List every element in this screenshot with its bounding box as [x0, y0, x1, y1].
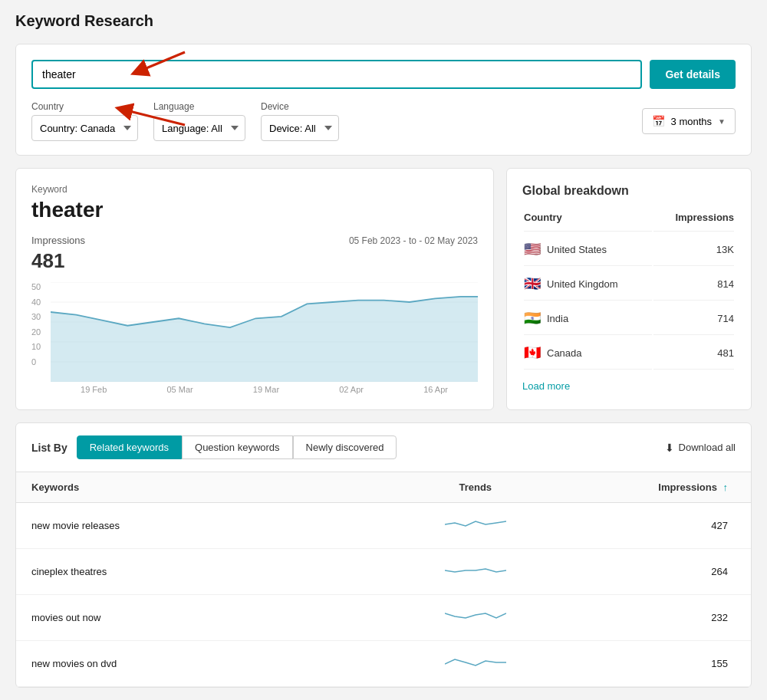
- flag-icon: 🇬🇧: [524, 275, 541, 292]
- table-row: cineplex theatres 264: [16, 549, 751, 595]
- table-row: 🇮🇳 India 714: [524, 302, 734, 335]
- chevron-down-icon: ▼: [718, 117, 726, 126]
- tab-related-keywords[interactable]: Related keywords: [77, 435, 182, 459]
- impressions-value: 481: [653, 337, 734, 370]
- download-label: Download all: [679, 442, 736, 453]
- table-row: 🇨🇦 Canada 481: [524, 337, 734, 370]
- filters-row: Country Country: Canada Language Languag…: [31, 101, 736, 141]
- impression-cell: 155: [568, 641, 752, 687]
- download-all-button[interactable]: ⬇ Download all: [665, 442, 736, 454]
- impressions-value: 814: [653, 268, 734, 301]
- table-row: 🇬🇧 United Kingdom 814: [524, 268, 734, 301]
- flag-icon: 🇮🇳: [524, 310, 541, 327]
- country-name: Canada: [547, 347, 582, 359]
- date-filter-button[interactable]: 📅 3 months ▼: [642, 108, 736, 134]
- sort-icon: ↑: [723, 481, 729, 493]
- impression-cell: 427: [568, 503, 752, 549]
- search-card: Get details Country Country: Canada Lang…: [15, 44, 752, 156]
- flag-icon: 🇨🇦: [524, 344, 541, 361]
- device-label: Device: [261, 101, 339, 112]
- flag-icon: 🇺🇸: [524, 241, 541, 258]
- date-filter-label: 3 months: [671, 116, 712, 127]
- language-filter-group: Language Language: All: [153, 101, 245, 141]
- keyword-cell: new movies on dvd: [16, 641, 384, 687]
- language-label: Language: [153, 101, 245, 112]
- chart-svg: [31, 282, 478, 382]
- sparkline-chart: [445, 606, 506, 627]
- impression-cell: 264: [568, 549, 752, 595]
- device-select[interactable]: Device: All: [261, 115, 339, 141]
- chart-x-labels: 19 Feb 05 Mar 19 Mar 02 Apr 16 Apr: [31, 385, 478, 394]
- date-filter: 📅 3 months ▼: [642, 108, 736, 134]
- search-input[interactable]: [31, 60, 642, 89]
- impressions-value: 481: [31, 249, 478, 273]
- table-row: 🇺🇸 United States 13K: [524, 233, 734, 266]
- sparkline-chart: [445, 514, 506, 535]
- impressions-chart: 50 40 30 20 10 0: [31, 282, 478, 382]
- col-trends-header: Trends: [384, 472, 568, 503]
- keyword-cell: cineplex theatres: [16, 549, 384, 595]
- tab-newly-discovered[interactable]: Newly discovered: [293, 435, 397, 459]
- trend-cell: [384, 595, 568, 641]
- col-keywords-header: Keywords: [16, 472, 384, 503]
- col-country: Country: [524, 212, 652, 232]
- page-title: Keyword Research: [15, 12, 752, 30]
- col-impressions: Impressions: [653, 212, 734, 232]
- table-row: new movies on dvd 155: [16, 641, 751, 687]
- country-name: India: [547, 313, 568, 324]
- get-details-button[interactable]: Get details: [650, 60, 736, 89]
- chart-y-labels: 50 40 30 20 10 0: [31, 282, 51, 366]
- language-select[interactable]: Language: All: [153, 115, 245, 141]
- tab-group: Related keywords Question keywords Newly…: [77, 435, 397, 459]
- global-breakdown-card: Global breakdown Country Impressions 🇺🇸 …: [506, 168, 752, 410]
- keyword-label: Keyword: [31, 184, 478, 195]
- country-filter-group: Country Country: Canada: [31, 101, 138, 141]
- keyword-value: theater: [31, 198, 478, 222]
- impressions-value: 13K: [653, 233, 734, 266]
- keyword-cell: new movie releases: [16, 503, 384, 549]
- keyword-cell: movies out now: [16, 595, 384, 641]
- impressions-date: 05 Feb 2023 - to - 02 May 2023: [349, 235, 478, 246]
- global-breakdown-title: Global breakdown: [522, 184, 736, 198]
- sparkline-chart: [445, 560, 506, 581]
- trend-cell: [384, 549, 568, 595]
- search-row: Get details: [31, 60, 736, 89]
- tab-question-keywords[interactable]: Question keywords: [182, 435, 293, 459]
- global-breakdown-table: Country Impressions 🇺🇸 United States 13K…: [522, 210, 736, 371]
- sparkline-chart: [445, 652, 506, 673]
- col-impressions-header: Impressions ↑: [568, 472, 752, 503]
- country-label: Country: [31, 101, 138, 112]
- trend-cell: [384, 641, 568, 687]
- impression-cell: 232: [568, 595, 752, 641]
- device-filter-group: Device Device: All: [261, 101, 339, 141]
- keywords-table: Keywords Trends Impressions ↑ new movie …: [16, 472, 751, 687]
- keyword-card: Keyword theater Impressions 05 Feb 2023 …: [15, 168, 494, 410]
- list-by-label: List By: [31, 442, 67, 454]
- impressions-value: 714: [653, 302, 734, 335]
- country-name: United States: [547, 244, 607, 255]
- country-name: United Kingdom: [547, 278, 618, 290]
- content-row: Keyword theater Impressions 05 Feb 2023 …: [15, 168, 752, 410]
- table-row: movies out now 232: [16, 595, 751, 641]
- table-row: new movie releases 427: [16, 503, 751, 549]
- impressions-label: Impressions: [31, 235, 85, 246]
- calendar-icon: 📅: [652, 115, 665, 127]
- impressions-row: Impressions 05 Feb 2023 - to - 02 May 20…: [31, 235, 478, 246]
- list-header: List By Related keywords Question keywor…: [16, 423, 751, 472]
- list-by-section: List By Related keywords Question keywor…: [15, 422, 752, 688]
- download-icon: ⬇: [665, 442, 674, 454]
- trend-cell: [384, 503, 568, 549]
- country-select[interactable]: Country: Canada: [31, 115, 138, 141]
- load-more-button[interactable]: Load more: [522, 380, 570, 392]
